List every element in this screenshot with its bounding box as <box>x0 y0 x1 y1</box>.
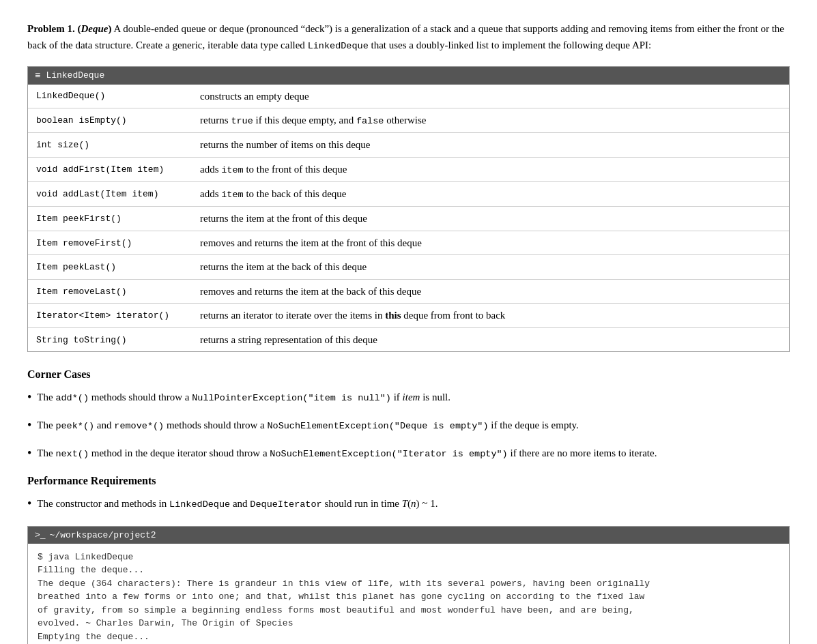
terminal-path: ~/workspace/project2 <box>50 530 156 540</box>
api-signature: Item peekLast() <box>28 255 192 280</box>
api-description: returns the item at the front of this de… <box>192 207 789 231</box>
api-signature: Item peekFirst() <box>28 207 192 231</box>
api-signature: Iterator<Item> iterator() <box>28 304 192 328</box>
performance-heading: Performance Requirements <box>27 475 790 487</box>
api-table-row: int size()returns the number of items on… <box>28 133 789 158</box>
corner-case-3: • The next() method in the deque iterato… <box>27 445 790 462</box>
api-table-row: Item peekLast()returns the item at the b… <box>28 255 789 280</box>
perf-bullet-dot: • <box>27 497 31 510</box>
corner-case-2-text: The peek*() and remove*() methods should… <box>37 417 790 434</box>
api-table-header: ≡ LinkedDeque <box>28 67 789 85</box>
problem-statement: Problem 1. (Deque) A double-ended queue … <box>27 20 790 54</box>
null-pointer-exception-code: NullPointerException("item is null") <box>192 393 391 403</box>
problem-number: Problem 1. <box>27 23 75 34</box>
api-description: returns true if this deque empty, and fa… <box>192 108 789 133</box>
problem-description2: that uses a doubly-linked list to implem… <box>369 40 652 50</box>
api-description: constructs an empty deque <box>192 85 789 108</box>
terminal-line: breathed into a few forms or into one; a… <box>38 590 779 604</box>
bullet-dot-3: • <box>27 447 31 459</box>
api-description: returns a string representation of this … <box>192 327 789 351</box>
table-icon: ≡ <box>35 70 40 81</box>
terminal-line: of gravity, from so simple a beginning e… <box>38 604 779 617</box>
api-signature: void addLast(Item item) <box>28 182 192 207</box>
api-table-row: boolean isEmpty()returns true if this de… <box>28 108 789 133</box>
bullet-dot-1: • <box>27 391 31 403</box>
add-methods-code: add*() <box>55 393 89 403</box>
corner-cases-heading: Corner Cases <box>27 368 790 381</box>
no-such-element-iterator-code: NoSuchElementException("Iterator is empt… <box>270 449 507 459</box>
api-description: adds item to the back of this deque <box>192 182 789 207</box>
performance-bullet: • The constructor and methods in LinkedD… <box>27 495 790 512</box>
api-table-row: void addFirst(Item item)adds item to the… <box>28 157 789 181</box>
api-table-row: Item removeFirst()removes and returns th… <box>28 231 789 255</box>
corner-case-1: • The add*() methods should throw a Null… <box>27 389 790 406</box>
api-signature: String toString() <box>28 327 192 351</box>
corner-cases-list: • The add*() methods should throw a Null… <box>27 389 790 461</box>
corner-case-3-text: The next() method in the deque iterator … <box>37 445 790 462</box>
performance-list: • The constructor and methods in LinkedD… <box>27 495 790 512</box>
linkeddeque-classname: LinkedDeque <box>308 41 369 51</box>
corner-case-2: • The peek*() and remove*() methods shou… <box>27 417 790 434</box>
api-description: removes and returns the item at the fron… <box>192 231 789 255</box>
remove-methods-code: remove*() <box>114 421 164 431</box>
corner-case-1-text: The add*() methods should throw a NullPo… <box>37 389 790 406</box>
api-table-row: void addLast(Item item)adds item to the … <box>28 182 789 207</box>
terminal-line: The deque (364 characters): There is gra… <box>38 577 779 591</box>
terminal-line: Filling the deque... <box>38 564 779 577</box>
api-signature: boolean isEmpty() <box>28 108 192 133</box>
next-method-code: next() <box>55 449 89 459</box>
terminal-line: Emptying the deque... <box>38 630 779 644</box>
terminal-body: $ java LinkedDequeFilling the deque...Th… <box>28 544 789 644</box>
no-such-element-deque-code: NoSuchElementException("Deque is empty") <box>267 421 488 431</box>
api-table-body: LinkedDeque()constructs an empty dequebo… <box>28 85 789 352</box>
terminal-line: $ java LinkedDeque <box>38 551 779 564</box>
peek-methods-code: peek*() <box>55 421 94 431</box>
api-description: adds item to the front of this deque <box>192 157 789 181</box>
terminal-header: >_ ~/workspace/project2 <box>28 527 789 544</box>
api-table-row: Item peekFirst()returns the item at the … <box>28 207 789 231</box>
api-table-header-label: LinkedDeque <box>46 70 104 80</box>
api-table-container: ≡ LinkedDeque LinkedDeque()constructs an… <box>27 66 790 353</box>
performance-section: Performance Requirements • The construct… <box>27 475 790 512</box>
api-signature: int size() <box>28 133 192 158</box>
api-table-row: Item removeLast()removes and returns the… <box>28 279 789 304</box>
api-description: returns the item at the back of this deq… <box>192 255 789 280</box>
api-description: removes and returns the item at the back… <box>192 279 789 304</box>
problem-type: Deque <box>81 23 108 34</box>
performance-text: The constructor and methods in LinkedDeq… <box>37 495 790 512</box>
api-table-row: Iterator<Item> iterator()returns an iter… <box>28 304 789 328</box>
terminal-line: evolved. ~ Charles Darwin, The Origin of… <box>38 617 779 630</box>
bullet-dot-2: • <box>27 419 31 431</box>
api-signature: void addFirst(Item item) <box>28 157 192 181</box>
terminal-container: >_ ~/workspace/project2 $ java LinkedDeq… <box>27 526 790 644</box>
api-table-row: String toString()returns a string repres… <box>28 327 789 351</box>
api-table-row: LinkedDeque()constructs an empty deque <box>28 85 789 108</box>
api-signature: Item removeLast() <box>28 279 192 304</box>
api-description: returns an iterator to iterate over the … <box>192 304 789 328</box>
terminal-icon: >_ <box>35 530 46 540</box>
api-signature: Item removeFirst() <box>28 231 192 255</box>
corner-cases-section: Corner Cases • The add*() methods should… <box>27 368 790 461</box>
api-signature: LinkedDeque() <box>28 85 192 108</box>
api-description: returns the number of items on this dequ… <box>192 133 789 158</box>
linked-deque-perf-code: LinkedDeque <box>169 499 230 510</box>
api-table: LinkedDeque()constructs an empty dequebo… <box>28 85 789 352</box>
deque-iterator-code: DequeIterator <box>250 499 321 510</box>
